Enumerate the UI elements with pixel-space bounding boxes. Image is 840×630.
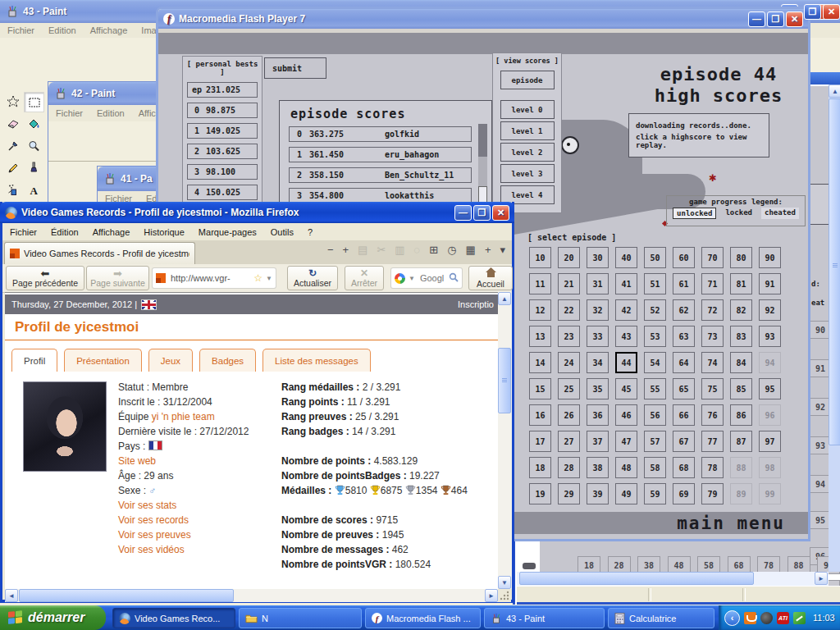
episode-cell-16[interactable]: 16 [529, 404, 551, 426]
episode-cell-37[interactable]: 37 [587, 431, 609, 452]
search-tray-icon[interactable] [760, 612, 773, 624]
airbrush-icon[interactable] [3, 180, 22, 199]
episode-cell-96[interactable]: 96 [759, 404, 781, 426]
scroll-down-button[interactable]: ▼ [498, 576, 511, 589]
cut-icon[interactable]: ✂ [377, 244, 386, 256]
menu-item[interactable]: Historique [144, 227, 185, 237]
search-engine-dropdown-icon[interactable]: ▼ [409, 275, 415, 282]
profile-link[interactable]: Voir ses vidéos [118, 544, 185, 555]
episode-cell-54[interactable]: 54 [644, 352, 666, 373]
episode-cell-51[interactable]: 51 [644, 273, 666, 294]
browser-tab[interactable]: Video Games Records - Profil de yicestmo… [4, 242, 195, 264]
uk-flag-icon[interactable] [141, 299, 157, 310]
episode-cell-25[interactable]: 25 [558, 378, 580, 399]
episode-cell-84[interactable]: 84 [730, 352, 752, 373]
episode-cell-30[interactable]: 30 [587, 247, 609, 268]
scroll-up-button[interactable]: ▲ [829, 84, 840, 98]
firefox-vertical-scrollbar[interactable]: ▲ ▼ [498, 292, 512, 589]
personal-best-row[interactable]: 098.875 [187, 103, 258, 118]
episode-cell-39[interactable]: 39 [587, 483, 609, 504]
taskbar-button-firefox[interactable]: Video Games Reco... [112, 608, 235, 628]
episode-cell-75[interactable]: 75 [701, 378, 724, 399]
episode-score-row[interactable]: 2358.150Ben_Schultz_11 [289, 167, 472, 183]
menu-item[interactable]: Fichier [7, 25, 34, 35]
firefox-horizontal-scrollbar[interactable]: ◄ ► [5, 589, 498, 602]
history-icon[interactable]: ◷ [447, 244, 456, 256]
forward-button[interactable]: ➡ Page suivante [86, 266, 149, 290]
view-scores-button-level-0[interactable]: level 0 [500, 100, 555, 119]
episode-cell-70[interactable]: 70 [701, 247, 724, 268]
episode-cell-32[interactable]: 32 [587, 299, 609, 321]
menu-item[interactable]: ? [308, 227, 313, 237]
scroll-right-button[interactable]: ► [485, 589, 498, 602]
reload-icon[interactable]: ◌ [414, 244, 421, 256]
menu-item[interactable]: Outils [271, 227, 294, 237]
legend-item-locked[interactable]: locked [722, 208, 756, 219]
usb-device-icon[interactable] [793, 612, 806, 624]
minimize-button[interactable]: — [748, 11, 765, 27]
episode-cell-60[interactable]: 60 [673, 247, 695, 268]
url-bar[interactable]: ☆ ▼ [152, 267, 276, 289]
background-horizontal-scrollbar[interactable]: ► [517, 572, 829, 586]
inscription-link[interactable]: Inscriptio [458, 299, 494, 309]
episode-cell-10[interactable]: 10 [529, 247, 551, 268]
episode-cell-28[interactable]: 28 [558, 457, 580, 478]
episode-cell-21[interactable]: 21 [558, 273, 580, 294]
home-button[interactable]: Accueil [468, 266, 513, 290]
scroll-left-button[interactable]: ◄ [5, 589, 18, 602]
profile-tab-badges[interactable]: Badges [199, 349, 256, 372]
close-button[interactable]: ✕ [823, 4, 840, 20]
freeform-select-icon[interactable] [3, 92, 22, 111]
episode-cell-61[interactable]: 61 [673, 273, 695, 294]
minimize-button[interactable]: — [454, 205, 472, 221]
episode-cell-35[interactable]: 35 [587, 378, 609, 399]
profile-link[interactable]: Voir ses records [118, 514, 189, 526]
episode-cell-71[interactable]: 71 [701, 273, 724, 294]
bookmark-star-icon[interactable]: ☆ [253, 272, 262, 284]
profile-tab-profil[interactable]: Profil [11, 349, 57, 372]
episode-cell-12[interactable]: 12 [529, 299, 551, 321]
personal-best-row[interactable]: 2103.625 [187, 144, 258, 159]
episode-cell-85[interactable]: 85 [730, 378, 752, 399]
episode-cell-94[interactable]: 94 [759, 352, 781, 373]
episode-cell-55[interactable]: 55 [644, 378, 666, 399]
episode-cell-26[interactable]: 26 [558, 404, 580, 426]
episode-cell-47[interactable]: 47 [615, 431, 637, 452]
menu-item[interactable]: Edition [97, 108, 125, 118]
episode-cell-83[interactable]: 83 [730, 326, 752, 347]
menu-item[interactable]: Affichage [90, 25, 128, 35]
scrollbar-thumb[interactable] [478, 186, 487, 203]
episode-cell-57[interactable]: 57 [644, 431, 666, 452]
taskbar-button-flash[interactable]: fMacromedia Flash ... [365, 608, 481, 628]
episode-cell-73[interactable]: 73 [701, 326, 724, 347]
view-scores-button-episode[interactable]: episode [500, 71, 555, 89]
episode-cell-50[interactable]: 50 [644, 247, 666, 268]
overflow-icon[interactable]: ▾ [500, 244, 505, 256]
menu-item[interactable]: Marque-pages [199, 227, 257, 237]
episode-cell-34[interactable]: 34 [587, 352, 609, 373]
episode-cell-19[interactable]: 19 [529, 483, 551, 504]
profile-tab-jeux[interactable]: Jeux [148, 349, 193, 372]
search-input[interactable] [418, 272, 445, 284]
view-scores-button-level-2[interactable]: level 2 [500, 143, 555, 162]
episode-cell-53[interactable]: 53 [644, 326, 666, 347]
stop-button[interactable]: ✕ Arrêter [345, 266, 384, 290]
episode-cell-56[interactable]: 56 [644, 404, 666, 426]
restore-button[interactable]: ❐ [804, 4, 821, 20]
episode-cell-42[interactable]: 42 [615, 299, 637, 321]
close-button[interactable]: ✕ [492, 205, 509, 221]
profile-link[interactable]: Voir ses preuves [118, 529, 191, 541]
java-icon[interactable] [744, 612, 756, 624]
episode-cell-49[interactable]: 49 [615, 483, 637, 504]
background-vertical-scrollbar[interactable]: ▲ [829, 84, 840, 572]
view-scores-button-level-3[interactable]: level 3 [500, 164, 555, 183]
menu-item[interactable]: Edition [48, 25, 76, 35]
taskbar-button-paint[interactable]: 43 - Paint [484, 608, 605, 628]
episode-cell-78[interactable]: 78 [701, 457, 724, 478]
episode-cell-81[interactable]: 81 [730, 273, 752, 294]
episode-cell-58[interactable]: 58 [644, 457, 666, 478]
scrollbar-thumb[interactable] [19, 589, 234, 602]
episode-cell-67[interactable]: 67 [673, 431, 695, 452]
scrollbar-thumb[interactable] [519, 572, 754, 585]
flash-titlebar[interactable]: f Macromedia Flash Player 7 — ❒ ✕ [158, 9, 808, 29]
